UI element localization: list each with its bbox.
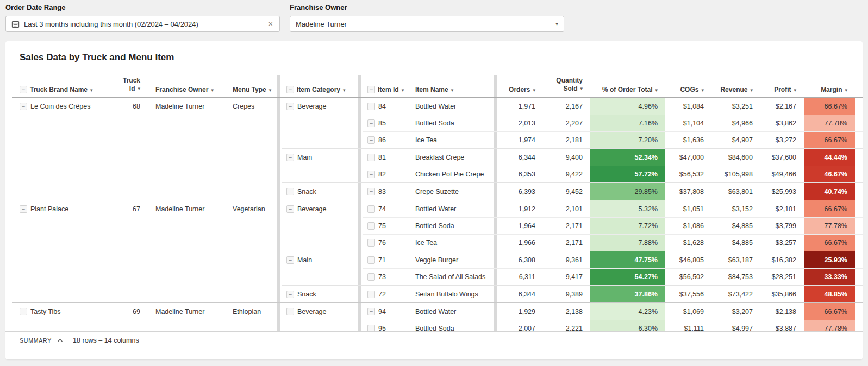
collapse-icon[interactable]: − (367, 136, 375, 144)
collapse-icon[interactable]: − (367, 119, 375, 127)
collapse-icon[interactable]: − (367, 273, 375, 281)
sort-caret-icon[interactable]: ▾ (138, 86, 140, 92)
collapse-icon[interactable]: − (367, 154, 375, 161)
collapse-icon[interactable]: − (367, 222, 375, 230)
column-header-truck-id[interactable]: Truck Id▾ (107, 75, 148, 97)
collapse-icon[interactable]: − (20, 205, 27, 213)
collapse-icon[interactable]: − (286, 86, 294, 93)
orders-cell: 1,964 (499, 218, 543, 234)
collapse-icon[interactable]: − (286, 103, 294, 110)
collapse-icon[interactable]: − (20, 103, 27, 110)
item-category-cell-label: Beverage (297, 308, 327, 315)
collapse-icon[interactable]: − (367, 325, 375, 331)
sort-caret-icon[interactable]: ▾ (750, 88, 753, 93)
sort-caret-icon[interactable]: ▾ (580, 86, 583, 92)
sort-caret-icon[interactable]: ▾ (845, 88, 847, 93)
collapse-icon[interactable]: − (367, 188, 375, 195)
quantity-sold-cell: 2,171 (543, 235, 590, 251)
table-row: −75Bottled Soda1,9642,1717.72%$1,086$4,8… (363, 217, 863, 234)
item-name-cell: Bottled Water (412, 98, 492, 115)
collapse-icon[interactable]: − (286, 291, 294, 298)
collapse-icon[interactable]: − (20, 86, 27, 93)
collapse-icon[interactable]: − (367, 205, 375, 213)
item-id-cell: −74 (363, 200, 412, 217)
sort-caret-icon[interactable]: ▾ (90, 88, 93, 93)
sort-caret-icon[interactable]: ▾ (701, 88, 704, 93)
column-header-truck-brand-name[interactable]: − Truck Brand Name ▾ (12, 75, 107, 97)
column-header-item-name[interactable]: Item Name ▾ (412, 75, 492, 97)
franchise-owner-cell: Madeline Turner (148, 303, 225, 331)
column-header-pct-of-order-total[interactable]: % of Order Total ▾ (590, 75, 665, 97)
column-header-margin[interactable]: Margin ▾ (804, 75, 855, 97)
item-id-label: 73 (378, 273, 386, 281)
column-header-item-category[interactable]: − Item Category ▾ (282, 75, 355, 97)
collapse-icon[interactable]: − (367, 86, 375, 93)
orders-cell: 6,353 (499, 166, 543, 182)
pct-of-order-total-cell: 4.23% (590, 303, 665, 320)
sort-caret-icon[interactable]: ▾ (451, 88, 454, 93)
clear-filter-icon[interactable]: × (267, 20, 274, 28)
collapse-icon[interactable]: − (286, 256, 294, 264)
collapse-icon[interactable]: − (367, 239, 375, 247)
collapse-summary-icon[interactable] (57, 338, 63, 343)
column-group-divider (355, 149, 363, 182)
item-category-cell: −Beverage (282, 200, 355, 251)
column-header-orders[interactable]: Orders ▾ (499, 75, 543, 97)
column-group-divider (274, 200, 282, 302)
date-range-input[interactable]: Last 3 months including this month (02/2… (5, 16, 280, 32)
margin-cell: 66.67% (804, 132, 855, 148)
revenue-cell: $63,187 (711, 251, 760, 268)
summary-label: SUMMARY (20, 337, 52, 344)
column-header-item-id[interactable]: − Item Id ▾ (363, 75, 412, 97)
sort-caret-icon[interactable]: ▾ (533, 88, 535, 93)
column-header-quantity-sold[interactable]: Quantity Sold▾ (543, 75, 590, 97)
chevron-down-icon[interactable]: ▾ (555, 21, 558, 27)
sort-caret-icon[interactable]: ▾ (343, 88, 346, 93)
category-rows: −Beverage−94Bottled Water1,9292,1384.23%… (282, 303, 863, 331)
table-title: Sales Data by Truck and Menu Item (5, 41, 863, 75)
item-category-cell: −Snack (282, 286, 355, 302)
collapse-icon[interactable]: − (286, 308, 294, 315)
collapse-icon[interactable]: − (367, 291, 375, 298)
item-rows: −83Crepe Suzette6,3939,45229.85%$37,808$… (363, 183, 863, 200)
collapse-icon[interactable]: − (286, 154, 294, 161)
truck-brand-cell-label: Plant Palace (30, 205, 68, 213)
sort-caret-icon[interactable]: ▾ (269, 88, 272, 93)
collapse-icon[interactable]: − (20, 308, 27, 315)
column-group-divider (492, 115, 499, 131)
menu-type-cell: Crepes (225, 98, 274, 200)
franchise-owner-value: Madeline Turner (296, 20, 551, 28)
cogs-cell: $37,808 (665, 183, 711, 200)
cogs-cell: $1,084 (665, 98, 711, 115)
franchise-owner-select[interactable]: Madeline Turner ▾ (290, 16, 564, 32)
table-row: −82Chicken Pot Pie Crepe6,3539,42257.72%… (363, 166, 863, 182)
margin-cell: 40.74% (804, 183, 855, 200)
revenue-cell: $3,152 (711, 200, 760, 217)
revenue-cell: $4,885 (711, 235, 760, 251)
column-header-revenue[interactable]: Revenue ▾ (711, 75, 760, 97)
collapse-icon[interactable]: − (367, 171, 375, 178)
collapse-icon[interactable]: − (286, 205, 294, 213)
column-group-divider (355, 183, 363, 200)
column-header-menu-type[interactable]: Menu Type ▾ (225, 75, 274, 97)
column-header-franchise-owner[interactable]: Franchise Owner ▾ (148, 75, 225, 97)
date-range-value: Last 3 months including this month (02/2… (24, 20, 263, 28)
sort-caret-icon[interactable]: ▾ (655, 88, 658, 93)
column-header-cogs[interactable]: COGs ▾ (665, 75, 711, 97)
profit-cell: $3,257 (760, 235, 804, 251)
cogs-cell: $1,104 (665, 115, 711, 131)
pct-of-order-total-cell: 7.16% (590, 115, 665, 131)
collapse-icon[interactable]: − (367, 103, 375, 110)
truck-brand-cell-label: Tasty Tibs (30, 308, 61, 315)
collapse-icon[interactable]: − (367, 256, 375, 264)
sort-caret-icon[interactable]: ▾ (402, 88, 404, 93)
column-header-profit[interactable]: Profit ▾ (760, 75, 804, 97)
collapse-icon[interactable]: − (367, 308, 375, 315)
sort-caret-icon[interactable]: ▾ (211, 88, 214, 93)
sort-caret-icon[interactable]: ▾ (794, 88, 796, 93)
truck-group: −Le Coin des Crêpes68Madeline TurnerCrep… (12, 98, 863, 200)
column-group-divider (355, 200, 363, 251)
collapse-icon[interactable]: − (286, 188, 294, 195)
item-id-label: 71 (378, 256, 386, 264)
profit-cell: $3,799 (760, 218, 804, 234)
